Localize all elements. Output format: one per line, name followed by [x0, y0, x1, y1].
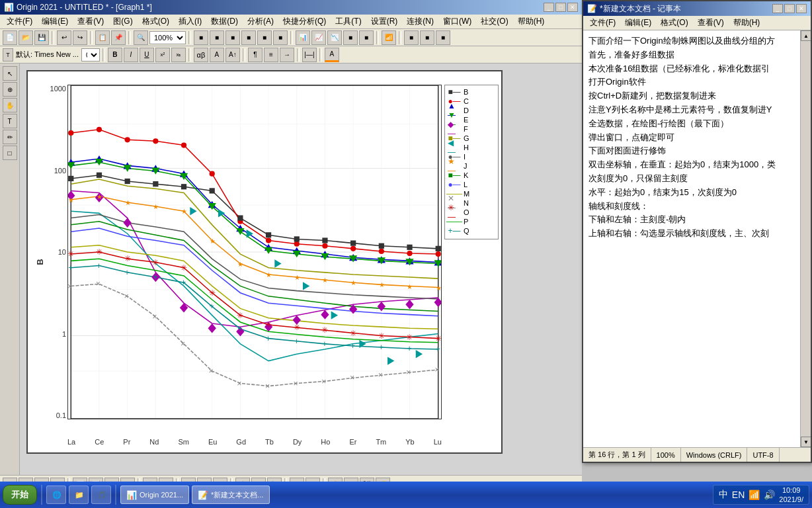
alpha-btn[interactable]: αβ [194, 48, 208, 62]
zoom-btn[interactable]: 🔍 [134, 30, 148, 45]
svg-text:★: ★ [322, 276, 328, 284]
svg-rect-47 [322, 237, 327, 243]
misc-btn1[interactable]: ■ [404, 30, 419, 45]
notepad-text-area[interactable]: 下面介绍一下Origin绘制蛛网图以及曲线分组的方首先，准备好多组数据本次准备1… [583, 30, 800, 447]
menu-settings[interactable]: 设置(R) [367, 15, 402, 28]
svg-text:×: × [209, 366, 214, 376]
graph-btn5[interactable]: ■ [359, 30, 374, 45]
misc-btn2[interactable]: ■ [420, 30, 434, 45]
new-btn[interactable]: 📄 [3, 30, 17, 45]
menu-window[interactable]: 窗口(W) [439, 15, 475, 28]
save-btn[interactable]: 💾 [34, 30, 49, 45]
sep-4 [188, 31, 191, 44]
svg-rect-40 [125, 179, 130, 184]
notepad-minimize-btn[interactable]: _ [772, 4, 783, 13]
misc-btn3[interactable]: ■ [436, 30, 450, 45]
notepad-close-btn[interactable]: ✕ [796, 4, 807, 13]
taskbar-origin-btn[interactable]: 📊 Origin 2021... [120, 486, 189, 504]
undo-btn[interactable]: ↩ [57, 30, 71, 45]
menu-social[interactable]: 社交(O) [477, 15, 512, 28]
origin-maximize-btn[interactable]: □ [555, 3, 566, 12]
menu-tools[interactable]: 工具(T) [331, 15, 365, 28]
svg-point-33 [322, 243, 327, 249]
menu-edit[interactable]: 编辑(E) [38, 15, 72, 28]
chart-area[interactable]: ★ ★ ★ ★ ★ ★ ★ ★ ★ ★ ★ ★ ★ ★ [67, 85, 442, 419]
notepad-menu-view[interactable]: 查看(V) [694, 17, 728, 29]
open-btn[interactable]: 📂 [19, 30, 33, 45]
tb-btn4[interactable]: ■ [241, 30, 256, 45]
menu-graph[interactable]: 图(G) [109, 15, 136, 28]
start-button[interactable]: 开始 [3, 485, 37, 505]
menu-format[interactable]: 格式(O) [138, 15, 173, 28]
origin-window: 📊 Origin 2021 - UNTITLED * - [Graph1 *] … [0, 0, 582, 508]
quick-launch-media[interactable]: 🎵 [91, 486, 111, 504]
menu-view[interactable]: 查看(V) [73, 15, 108, 28]
svg-text:+: + [181, 278, 186, 287]
notepad-scrollbar[interactable]: ▲ ▼ [800, 30, 811, 447]
bold-btn[interactable]: B [108, 48, 122, 62]
zoom-dropdown[interactable]: 100% [149, 31, 186, 44]
menu-insert[interactable]: 插入(I) [175, 15, 206, 28]
pan-tool[interactable]: ✋ [3, 98, 17, 112]
text-color-btn[interactable]: A [210, 48, 224, 62]
para-btn[interactable]: ¶ [248, 48, 263, 62]
quick-launch-ie[interactable]: 🌐 [46, 486, 66, 504]
color-fill-btn[interactable]: A [325, 48, 339, 62]
quick-launch-explorer[interactable]: 📁 [69, 486, 89, 504]
menu-quickanalysis[interactable]: 快捷分析(Q) [279, 15, 330, 28]
svg-text:★: ★ [125, 199, 131, 206]
menu-file[interactable]: 文件(F) [3, 15, 36, 28]
graph-btn2[interactable]: 📈 [311, 30, 326, 45]
italic-btn[interactable]: I [124, 48, 138, 62]
tb-btn6[interactable]: ■ [273, 30, 288, 45]
indent-btn[interactable]: → [280, 48, 294, 62]
svg-text:✳: ✳ [406, 333, 413, 342]
origin-close-btn[interactable]: ✕ [567, 3, 578, 12]
graph-btn1[interactable]: 📊 [296, 30, 310, 45]
tb-btn5[interactable]: ■ [257, 30, 272, 45]
origin-minimize-btn[interactable]: _ [544, 3, 554, 12]
signal-btn[interactable]: 📶 [382, 30, 396, 45]
graph-btn4[interactable]: ■ [343, 30, 358, 45]
notepad-menu-edit[interactable]: 编辑(E) [621, 17, 655, 29]
svg-text:+: + [97, 261, 101, 271]
tray-lang-icon[interactable]: 中 [719, 489, 728, 501]
scroll-down-btn[interactable]: ▼ [801, 437, 811, 447]
ruler-btn[interactable]: |—| [302, 48, 317, 62]
draw-tool[interactable]: ✏ [3, 130, 17, 144]
tb-btn1[interactable]: ■ [194, 30, 208, 45]
tray-volume-icon[interactable]: 🔊 [764, 489, 775, 500]
notepad-menu-format[interactable]: 格式(O) [657, 17, 692, 29]
tb-btn2[interactable]: ■ [210, 30, 224, 45]
zoom-tool[interactable]: ⊕ [3, 82, 17, 97]
shape-tool[interactable]: □ [3, 146, 17, 160]
subscript-btn[interactable]: x₂ [171, 48, 186, 62]
underline-btn[interactable]: U [140, 48, 154, 62]
select-tool[interactable]: ↖ [3, 66, 17, 81]
tray-en-icon[interactable]: EN [732, 489, 745, 500]
copy-btn[interactable]: 📋 [95, 30, 110, 45]
notepad-menu-help[interactable]: 帮助(H) [729, 17, 764, 29]
format-btn1[interactable]: T [3, 48, 13, 62]
fontsize-dropdown[interactable]: 0 [81, 48, 100, 62]
tb-btn3[interactable]: ■ [225, 30, 240, 45]
paste-btn[interactable]: 📌 [111, 30, 126, 45]
superscript-btn[interactable]: x² [155, 48, 170, 62]
menu-help[interactable]: 帮助(H) [514, 15, 549, 28]
align-btn[interactable]: ≡ [264, 48, 278, 62]
menu-data[interactable]: 数据(D) [207, 15, 242, 28]
font-size-inc-btn[interactable]: A↑ [225, 48, 240, 62]
redo-btn[interactable]: ↪ [73, 30, 87, 45]
notepad-maximize-btn[interactable]: □ [784, 4, 795, 13]
graph-window[interactable]: B 1000 100 10 1 0.1 [26, 70, 503, 454]
font-label: 默认: Times New ... [16, 50, 79, 60]
text-tool[interactable]: T [3, 114, 17, 128]
scroll-up-btn[interactable]: ▲ [801, 30, 811, 41]
menu-connect[interactable]: 连接(N) [403, 15, 438, 28]
scroll-track[interactable] [801, 41, 811, 437]
graph-btn3[interactable]: 📉 [327, 30, 342, 45]
taskbar-notepad-btn[interactable]: 📝 *新建文本文档... [192, 486, 269, 504]
notepad-title-bar: 📝 *新建文本文档 - 记事本 _ □ ✕ [583, 1, 811, 16]
notepad-menu-file[interactable]: 文件(F) [586, 17, 620, 29]
menu-analysis[interactable]: 分析(A) [243, 15, 278, 28]
